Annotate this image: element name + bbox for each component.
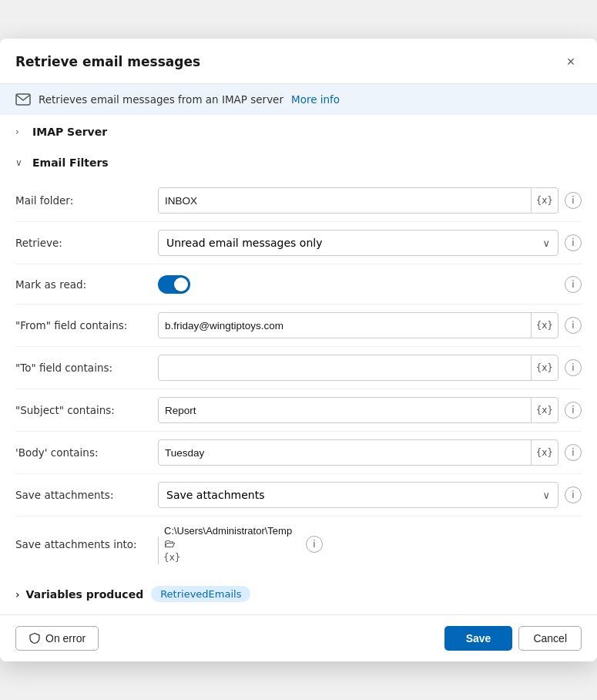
mail-folder-input[interactable] — [159, 188, 531, 213]
dialog-header: Retrieve email messages × — [0, 39, 597, 84]
retrieved-emails-chip[interactable]: RetrievedEmails — [151, 586, 250, 602]
save-attachments-chevron-icon: ∨ — [542, 490, 550, 501]
body-field-row: 'Body' contains: {x} i — [15, 432, 582, 474]
subject-field-var-badge[interactable]: {x} — [531, 398, 558, 422]
variables-section: › Variables produced RetrievedEmails — [0, 578, 597, 608]
save-attachments-into-info-icon[interactable]: i — [306, 536, 323, 553]
body-field-input[interactable] — [159, 440, 531, 465]
body-field-control: {x} i — [158, 439, 582, 466]
retrieve-select-value: Unread email messages only — [166, 237, 322, 249]
info-banner: Retrieves email messages from an IMAP se… — [0, 84, 597, 115]
close-button[interactable]: × — [560, 51, 582, 72]
retrieve-info-icon[interactable]: i — [565, 234, 582, 251]
from-field-control: {x} i — [158, 312, 582, 338]
from-field-row: "From" field contains: {x} i — [15, 305, 582, 347]
to-field-label: "To" field contains: — [15, 362, 158, 374]
save-attachments-into-control: 🗁 {x} i — [158, 524, 582, 564]
email-filters-form: Mail folder: {x} i Retrieve: Unread emai… — [0, 177, 597, 578]
email-filters-title: Email Filters — [32, 156, 109, 169]
save-attachments-into-row: Save attachments into: 🗁 {x} i — [15, 517, 582, 572]
save-attachments-row: Save attachments: Save attachments ∨ i — [15, 474, 582, 517]
more-info-link[interactable]: More info — [291, 93, 340, 106]
from-field-label: "From" field contains: — [15, 319, 158, 331]
imap-server-title: IMAP Server — [32, 126, 107, 138]
email-filters-section-header[interactable]: ∨ Email Filters — [0, 146, 597, 177]
retrieve-row: Retrieve: Unread email messages only ∨ i — [15, 222, 582, 264]
from-field-input[interactable] — [159, 313, 531, 338]
save-attachments-into-input-wrap: 🗁 {x} — [158, 524, 300, 564]
svg-rect-0 — [16, 94, 30, 105]
mark-as-read-label: Mark as read: — [15, 278, 158, 291]
to-field-var-badge[interactable]: {x} — [531, 355, 558, 380]
mail-folder-control: {x} i — [158, 187, 582, 214]
mail-folder-var-badge[interactable]: {x} — [531, 188, 558, 213]
on-error-label: On error — [45, 632, 86, 644]
body-field-info-icon[interactable]: i — [565, 444, 582, 461]
email-filters-chevron: ∨ — [15, 157, 26, 168]
to-field-control: {x} i — [158, 355, 582, 381]
save-attachments-value: Save attachments — [166, 489, 264, 501]
on-error-button[interactable]: On error — [15, 626, 99, 651]
imap-server-chevron: › — [15, 126, 26, 137]
subject-field-row: "Subject" contains: {x} i — [15, 389, 582, 432]
footer-right: Save Cancel — [444, 626, 582, 651]
info-text: Retrieves email messages from an IMAP se… — [39, 93, 283, 106]
dialog: Retrieve email messages × Retrieves emai… — [0, 39, 597, 661]
to-field-info-icon[interactable]: i — [565, 359, 582, 376]
to-field-row: "To" field contains: {x} i — [15, 347, 582, 389]
body-field-var-badge[interactable]: {x} — [531, 440, 558, 465]
save-button[interactable]: Save — [444, 626, 513, 651]
body-field-input-wrap: {x} — [158, 439, 558, 466]
subject-field-label: "Subject" contains: — [15, 404, 158, 416]
dialog-footer: On error Save Cancel — [0, 614, 597, 661]
to-field-input-wrap: {x} — [158, 355, 558, 381]
dialog-body: › IMAP Server ∨ Email Filters Mail folde… — [0, 115, 597, 614]
mark-as-read-toggle-wrap — [158, 275, 190, 294]
subject-field-input[interactable] — [159, 398, 531, 422]
email-icon — [15, 93, 31, 106]
variables-header[interactable]: › Variables produced — [15, 588, 143, 601]
save-attachments-into-input[interactable] — [158, 525, 300, 537]
save-attachments-control: Save attachments ∨ i — [158, 482, 582, 508]
save-attachments-label: Save attachments: — [15, 489, 158, 501]
retrieve-label: Retrieve: — [15, 237, 158, 249]
save-attachments-select[interactable]: Save attachments ∨ — [158, 482, 558, 508]
mark-as-read-control: i — [158, 275, 582, 294]
subject-field-info-icon[interactable]: i — [565, 402, 582, 419]
subject-field-control: {x} i — [158, 397, 582, 423]
shield-icon — [29, 632, 41, 644]
folder-browse-icon[interactable]: 🗁 — [158, 537, 300, 550]
mail-folder-input-wrap: {x} — [158, 187, 558, 214]
mail-folder-label: Mail folder: — [15, 194, 158, 207]
cancel-button[interactable]: Cancel — [518, 626, 582, 651]
mail-folder-info-icon[interactable]: i — [565, 192, 582, 209]
retrieve-select[interactable]: Unread email messages only ∨ — [158, 230, 558, 256]
imap-server-section-header[interactable]: › IMAP Server — [0, 115, 597, 146]
body-field-label: 'Body' contains: — [15, 446, 158, 459]
mark-as-read-toggle[interactable] — [158, 275, 190, 294]
save-attachments-into-var-badge[interactable]: {x} — [158, 550, 300, 564]
mark-as-read-info-icon[interactable]: i — [565, 276, 582, 293]
to-field-input[interactable] — [159, 355, 531, 380]
variables-label: Variables produced — [26, 588, 144, 601]
mail-folder-row: Mail folder: {x} i — [15, 180, 582, 222]
from-field-info-icon[interactable]: i — [565, 317, 582, 334]
from-field-var-badge[interactable]: {x} — [531, 313, 558, 338]
toggle-thumb — [174, 278, 188, 291]
variables-chevron: › — [15, 588, 20, 601]
mark-as-read-row: Mark as read: i — [15, 264, 582, 305]
retrieve-control: Unread email messages only ∨ i — [158, 230, 582, 256]
save-attachments-info-icon[interactable]: i — [565, 486, 582, 503]
subject-field-input-wrap: {x} — [158, 397, 558, 423]
retrieve-chevron-icon: ∨ — [542, 237, 550, 249]
dialog-title: Retrieve email messages — [15, 54, 200, 69]
save-attachments-into-label: Save attachments into: — [15, 538, 158, 550]
from-field-input-wrap: {x} — [158, 312, 558, 338]
